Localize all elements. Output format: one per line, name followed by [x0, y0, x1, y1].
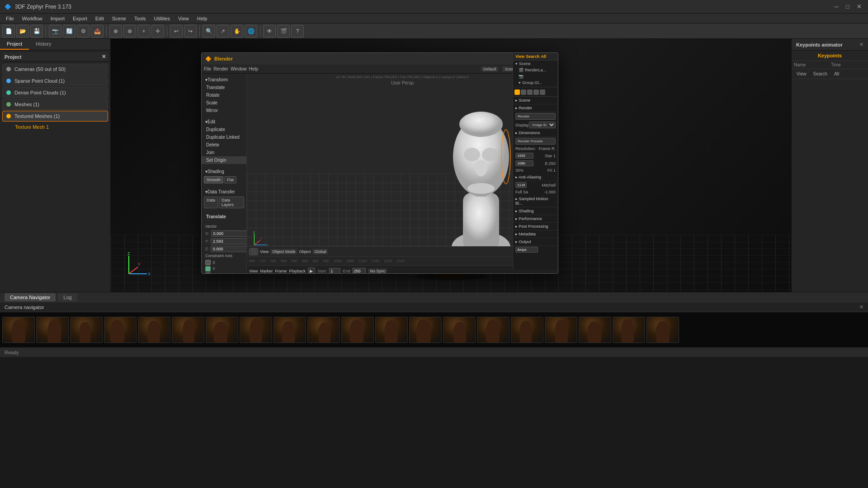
minimize-button[interactable]: ─	[832, 2, 841, 11]
blender-tool-duplicate-linked[interactable]: Duplicate Linked	[202, 133, 246, 141]
cam-thumb-2[interactable]	[36, 317, 69, 343]
b-start-val[interactable]	[329, 268, 340, 273]
b-object-mode-label[interactable]: Object Mode	[270, 249, 297, 254]
blender-tool-data[interactable]: Data	[204, 197, 218, 208]
blender-anti-alias-section[interactable]: ▸ Anti-Aliasing	[513, 174, 558, 181]
tree-item-textured-meshes[interactable]: Textured Meshes (1)	[2, 111, 108, 122]
cam-thumb-1[interactable]	[2, 317, 35, 343]
blender-tool-smooth[interactable]: Smooth	[204, 176, 223, 183]
blender-menu-file[interactable]: File	[204, 66, 211, 71]
camera-navigator-tab[interactable]: Camera Navigator	[5, 293, 56, 301]
toolbar-open[interactable]: 📂	[16, 25, 29, 38]
b-view-ctrl[interactable]: View	[249, 269, 258, 273]
blender-tool-mirror[interactable]: Mirror	[202, 107, 246, 114]
toolbar-cursor[interactable]: ↗	[217, 25, 229, 38]
b-play-btn[interactable]: ▶	[308, 267, 315, 273]
blender-menu-window[interactable]: Window	[231, 66, 247, 71]
close-button[interactable]: ✕	[854, 2, 863, 11]
menu-workflow[interactable]: Workflow	[19, 15, 46, 22]
prop-icon-world[interactable]	[527, 89, 533, 95]
sidebar-tab-project[interactable]: Project	[0, 39, 29, 50]
cam-thumb-17[interactable]	[545, 317, 577, 343]
blender-amps-val[interactable]	[515, 247, 538, 253]
cam-thumb-16[interactable]	[511, 317, 543, 343]
b-playback-ctrl[interactable]: Playback	[289, 269, 306, 273]
menu-help[interactable]: Help	[193, 15, 211, 22]
prop-icon-object[interactable]	[533, 89, 539, 95]
constraint-z-checkbox[interactable]	[205, 272, 211, 273]
prop-icon-scene[interactable]	[521, 89, 526, 95]
cam-thumb-3[interactable]	[70, 317, 103, 343]
tree-item-dense-point-clouds[interactable]: Dense Point Clouds (1)	[2, 87, 108, 98]
blender-tool-translate-label[interactable]: Translate	[202, 213, 246, 221]
toolbar-export[interactable]: 📤	[91, 25, 104, 38]
blender-sampled-motion-section[interactable]: ▸ Sampled Motion Bl...	[513, 195, 558, 207]
blender-tool-join[interactable]: Join	[202, 149, 246, 156]
prop-icon-particles[interactable]	[540, 89, 545, 95]
cam-thumb-11[interactable]	[341, 317, 374, 343]
blender-performance-section[interactable]: ▸ Performance	[513, 215, 558, 223]
toolbar-render[interactable]: 🎬	[277, 25, 290, 38]
toolbar-zoom[interactable]: 🔍	[203, 25, 215, 38]
cam-thumb-8[interactable]	[240, 317, 272, 343]
menu-export[interactable]: Export	[69, 15, 91, 22]
blender-post-processing-section[interactable]: ▸ Post Processing	[513, 223, 558, 230]
toolbar-lasso[interactable]: ⊗	[123, 25, 136, 38]
blender-shading-header[interactable]: ▾ Shading	[202, 168, 246, 175]
constraint-y-checkbox[interactable]: ✓	[205, 266, 211, 272]
toolbar-rotate[interactable]: 🔄	[63, 25, 75, 38]
cam-thumb-5[interactable]	[138, 317, 170, 343]
blender-tool-scale[interactable]: Scale	[202, 99, 246, 107]
b-frame-ctrl[interactable]: Frame	[275, 269, 287, 273]
cam-thumb-6[interactable]	[172, 317, 204, 343]
toolbar-help-btn[interactable]: ?	[291, 25, 304, 38]
toolbar-pan[interactable]: ✋	[231, 25, 243, 38]
toolbar-redo[interactable]: ↪	[184, 25, 197, 38]
toolbar-new[interactable]: 📄	[2, 25, 15, 38]
blender-data-transfer-header[interactable]: ▾ Data Transfer	[202, 188, 246, 196]
blender-shading-section[interactable]: ▸ Shading	[513, 207, 558, 215]
log-tab[interactable]: Log	[58, 293, 77, 301]
menu-edit[interactable]: Edit	[92, 15, 108, 22]
constraint-x-checkbox[interactable]	[205, 260, 211, 265]
menu-view[interactable]: View	[175, 15, 193, 22]
blender-metadata-section[interactable]: ▸ Metadata	[513, 230, 558, 238]
toolbar-select[interactable]: ⊕	[109, 25, 122, 38]
tree-item-sparse-point-cloud[interactable]: Sparse Point Cloud (1)	[2, 75, 108, 86]
toolbar-orbit[interactable]: 🌐	[245, 25, 257, 38]
kp-all-btn[interactable]: All	[831, 70, 842, 77]
cam-thumb-9[interactable]	[274, 317, 306, 343]
cam-thumb-18[interactable]	[579, 317, 611, 343]
toolbar-add[interactable]: +	[137, 25, 150, 38]
blender-tool-rotate[interactable]: Rotate	[202, 91, 246, 99]
blender-menu-render[interactable]: Render	[213, 66, 228, 71]
b-view-label[interactable]: View	[260, 249, 269, 254]
blender-transform-header[interactable]: ▾ Transform	[202, 76, 246, 84]
main-viewport[interactable]: X Z Y 🔶 Blender ─ □ ✕	[111, 39, 791, 292]
toolbar-view-options[interactable]: 👁	[263, 25, 276, 38]
cam-thumb-13[interactable]	[409, 317, 442, 343]
menu-utilities[interactable]: Utilities	[151, 15, 174, 22]
toolbar-save[interactable]: 💾	[30, 25, 43, 38]
camera-navigator-close[interactable]: ✕	[859, 304, 863, 310]
b-object-label[interactable]: Object	[299, 249, 311, 254]
blender-res-y[interactable]	[515, 160, 533, 166]
tree-item-meshes[interactable]: Meshes (1)	[2, 99, 108, 110]
prop-icon-render[interactable]	[514, 89, 520, 95]
blender-output-section[interactable]: ▸ Output	[513, 238, 558, 246]
cam-thumb-14[interactable]	[443, 317, 476, 343]
menu-file[interactable]: File	[2, 15, 18, 22]
blender-menu-help[interactable]: Help	[249, 66, 259, 71]
b-global-label[interactable]: Global	[312, 249, 328, 254]
cam-thumb-12[interactable]	[375, 317, 408, 343]
menu-scene[interactable]: Scene	[108, 15, 130, 22]
cam-thumb-10[interactable]	[307, 317, 340, 343]
blender-dimensions-section[interactable]: ▸ Dimensions	[513, 129, 558, 137]
blender-tool-set-origin[interactable]: Set Origin	[202, 156, 246, 164]
tree-item-cameras[interactable]: Cameras (50 out of 50)	[2, 64, 108, 75]
blender-3d-viewport[interactable]: v2.78 | Verts:547,141 | Faces:754,252 | …	[247, 74, 558, 273]
blender-tool-translate[interactable]: Translate	[202, 84, 246, 91]
toolbar-move[interactable]: ✛	[151, 25, 164, 38]
cam-thumb-7[interactable]	[206, 317, 238, 343]
toolbar-undo[interactable]: ↩	[170, 25, 183, 38]
